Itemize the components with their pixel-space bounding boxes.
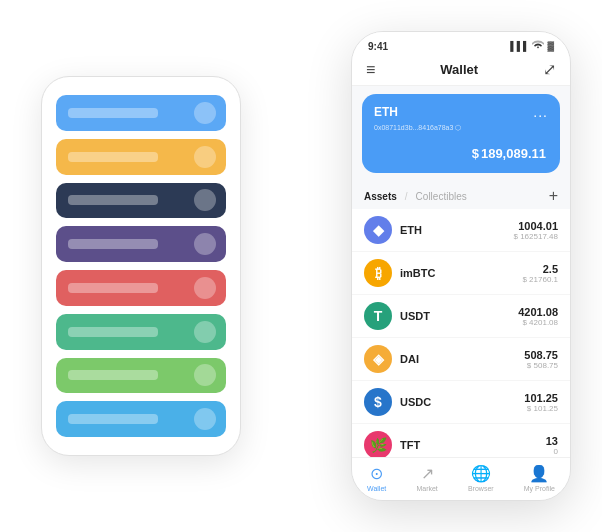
asset-amount: 4201.08 bbox=[518, 306, 558, 318]
phone-front: 9:41 ▌▌▌ ▓ ≡ Wallet ⤢ ETH bbox=[351, 31, 571, 501]
asset-item[interactable]: $ USDC 101.25 $ 101.25 bbox=[352, 381, 570, 424]
asset-amount: 1004.01 bbox=[514, 220, 559, 232]
asset-item[interactable]: ₿ imBTC 2.5 $ 21760.1 bbox=[352, 252, 570, 295]
bottom-nav-icon: ⊙ bbox=[370, 464, 383, 483]
add-asset-button[interactable]: + bbox=[549, 187, 558, 205]
asset-usd: $ 162517.48 bbox=[514, 232, 559, 241]
eth-card-label: ETH bbox=[374, 105, 398, 119]
asset-amount: 13 bbox=[546, 435, 558, 447]
eth-card-more[interactable]: ... bbox=[533, 104, 548, 120]
time: 9:41 bbox=[368, 41, 388, 52]
bottom-nav: ⊙ Wallet ↗ Market 🌐 Browser 👤 My Profile bbox=[352, 457, 570, 500]
card-label bbox=[68, 414, 158, 424]
asset-amount: 101.25 bbox=[524, 392, 558, 404]
card-row[interactable] bbox=[56, 401, 226, 437]
asset-name: imBTC bbox=[400, 267, 522, 279]
eth-balance-symbol: $ bbox=[472, 146, 479, 161]
card-icon bbox=[194, 321, 216, 343]
bottom-nav-label: My Profile bbox=[524, 485, 555, 492]
tab-separator: / bbox=[405, 191, 408, 202]
card-icon bbox=[194, 233, 216, 255]
asset-item[interactable]: 🌿 TFT 13 0 bbox=[352, 424, 570, 457]
bottom-nav-label: Browser bbox=[468, 485, 494, 492]
bottom-nav-label: Wallet bbox=[367, 485, 386, 492]
card-icon bbox=[194, 146, 216, 168]
asset-item[interactable]: ◈ DAI 508.75 $ 508.75 bbox=[352, 338, 570, 381]
asset-usd: 0 bbox=[546, 447, 558, 456]
asset-amount: 2.5 bbox=[522, 263, 558, 275]
asset-amounts: 4201.08 $ 4201.08 bbox=[518, 306, 558, 327]
asset-usd: $ 101.25 bbox=[524, 404, 558, 413]
bottom-nav-market[interactable]: ↗ Market bbox=[416, 464, 437, 492]
card-row[interactable] bbox=[56, 226, 226, 262]
asset-list: ◆ ETH 1004.01 $ 162517.48 ₿ imBTC 2.5 $ … bbox=[352, 209, 570, 457]
eth-address: 0x08711d3b...8416a78a3 ⬡ bbox=[374, 124, 548, 132]
bottom-nav-my-profile[interactable]: 👤 My Profile bbox=[524, 464, 555, 492]
tab-assets[interactable]: Assets bbox=[364, 191, 397, 202]
card-row[interactable] bbox=[56, 314, 226, 350]
card-icon bbox=[194, 189, 216, 211]
card-label bbox=[68, 370, 158, 380]
nav-bar: ≡ Wallet ⤢ bbox=[352, 56, 570, 86]
bottom-nav-icon: ↗ bbox=[421, 464, 434, 483]
wifi-icon bbox=[532, 40, 544, 52]
card-label bbox=[68, 327, 158, 337]
asset-logo: T bbox=[364, 302, 392, 330]
card-row[interactable] bbox=[56, 95, 226, 131]
asset-name: TFT bbox=[400, 439, 546, 451]
card-row[interactable] bbox=[56, 139, 226, 175]
signal-icon: ▌▌▌ bbox=[510, 41, 529, 51]
phone-back bbox=[41, 76, 241, 456]
wallet-title: Wallet bbox=[440, 62, 478, 77]
eth-balance-amount: 189,089.11 bbox=[481, 146, 546, 161]
asset-amounts: 2.5 $ 21760.1 bbox=[522, 263, 558, 284]
card-icon bbox=[194, 364, 216, 386]
asset-amount: 508.75 bbox=[524, 349, 558, 361]
eth-card-header: ETH ... bbox=[374, 104, 548, 120]
card-label bbox=[68, 152, 158, 162]
asset-logo: $ bbox=[364, 388, 392, 416]
card-label bbox=[68, 239, 158, 249]
battery-icon: ▓ bbox=[547, 41, 554, 51]
card-row[interactable] bbox=[56, 358, 226, 394]
asset-logo: ◈ bbox=[364, 345, 392, 373]
asset-amounts: 508.75 $ 508.75 bbox=[524, 349, 558, 370]
card-icon bbox=[194, 102, 216, 124]
card-label bbox=[68, 283, 158, 293]
bottom-nav-browser[interactable]: 🌐 Browser bbox=[468, 464, 494, 492]
bottom-nav-label: Market bbox=[416, 485, 437, 492]
card-icon bbox=[194, 408, 216, 430]
assets-tabs: Assets / Collectibles bbox=[364, 191, 467, 202]
asset-logo: 🌿 bbox=[364, 431, 392, 457]
asset-usd: $ 4201.08 bbox=[518, 318, 558, 327]
asset-amounts: 13 0 bbox=[546, 435, 558, 456]
asset-usd: $ 508.75 bbox=[524, 361, 558, 370]
menu-icon[interactable]: ≡ bbox=[366, 61, 375, 79]
card-row[interactable] bbox=[56, 183, 226, 219]
asset-usd: $ 21760.1 bbox=[522, 275, 558, 284]
tab-collectibles[interactable]: Collectibles bbox=[416, 191, 467, 202]
asset-logo: ◆ bbox=[364, 216, 392, 244]
card-icon bbox=[194, 277, 216, 299]
asset-item[interactable]: ◆ ETH 1004.01 $ 162517.48 bbox=[352, 209, 570, 252]
asset-name: ETH bbox=[400, 224, 514, 236]
bottom-nav-wallet[interactable]: ⊙ Wallet bbox=[367, 464, 386, 492]
asset-name: USDC bbox=[400, 396, 524, 408]
asset-name: USDT bbox=[400, 310, 518, 322]
asset-name: DAI bbox=[400, 353, 524, 365]
card-label bbox=[68, 108, 158, 118]
card-label bbox=[68, 195, 158, 205]
bottom-nav-icon: 🌐 bbox=[471, 464, 491, 483]
card-row[interactable] bbox=[56, 270, 226, 306]
eth-card: ETH ... 0x08711d3b...8416a78a3 ⬡ $189,08… bbox=[362, 94, 560, 173]
scene: 9:41 ▌▌▌ ▓ ≡ Wallet ⤢ ETH bbox=[21, 16, 581, 516]
expand-icon[interactable]: ⤢ bbox=[543, 60, 556, 79]
asset-amounts: 101.25 $ 101.25 bbox=[524, 392, 558, 413]
assets-header: Assets / Collectibles + bbox=[352, 181, 570, 209]
asset-amounts: 1004.01 $ 162517.48 bbox=[514, 220, 559, 241]
eth-balance: $189,089.11 bbox=[374, 140, 548, 163]
status-bar: 9:41 ▌▌▌ ▓ bbox=[352, 32, 570, 56]
bottom-nav-icon: 👤 bbox=[529, 464, 549, 483]
asset-item[interactable]: T USDT 4201.08 $ 4201.08 bbox=[352, 295, 570, 338]
asset-logo: ₿ bbox=[364, 259, 392, 287]
